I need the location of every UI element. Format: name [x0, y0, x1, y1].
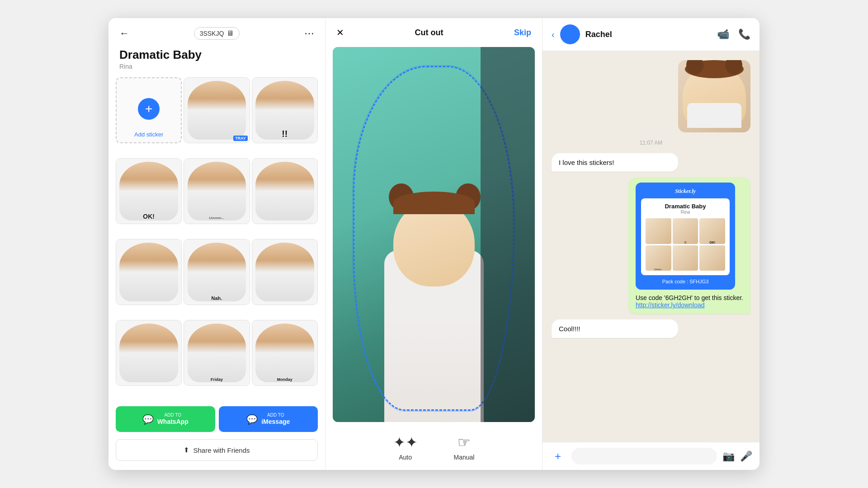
add-sticker-cell[interactable]: + Add sticker [116, 77, 182, 143]
chat-back-icon[interactable]: ‹ [552, 29, 555, 40]
manual-icon: ☞ [458, 434, 471, 451]
back-icon[interactable]: ← [119, 28, 129, 39]
sticker-text: Friday [211, 377, 223, 382]
sticker-pack-card: Sticker.ly Dramatic Baby Rina !! OK! Umm… [636, 183, 735, 290]
received-bubble: I love this stickers! [552, 153, 678, 172]
video-call-icon[interactable]: 📹 [717, 28, 729, 40]
sticker-cell[interactable]: TRAY [184, 77, 250, 143]
sticker-message [552, 60, 750, 132]
chat-input-bar: + 📷 🎤 [542, 442, 760, 470]
pack-code-label: Pack code : SFHJG3 [641, 279, 730, 284]
chat-messages: 11:07 AM I love this stickers! Sticker.l… [542, 51, 760, 442]
photo-background [333, 47, 535, 422]
chat-header-icons: 📹 📞 [717, 28, 750, 40]
pack-code-badge[interactable]: 3SSKJQ 🖥 [194, 27, 240, 40]
cutout-title: Cut out [415, 28, 443, 38]
close-icon[interactable]: ✕ [336, 27, 344, 38]
add-sticker-label: Add sticker [134, 131, 163, 138]
card-sticker-cell [673, 245, 698, 271]
add-sticker-icon: + [138, 98, 160, 120]
sticker-cell[interactable]: Monday [252, 320, 318, 386]
received-message-text: I love this stickers! [559, 159, 614, 166]
pack-title: Dramatic Baby [119, 48, 314, 62]
sticker-text: Monday [277, 377, 292, 382]
share-icon: ⬆ [184, 446, 189, 454]
chat-contact-name: Rachel [585, 30, 712, 39]
sticker-cell[interactable] [116, 320, 182, 386]
imessage-btn-big-label: iMessage [261, 418, 290, 426]
add-to-imessage-button[interactable]: 💬 ADD TO iMessage [219, 406, 318, 432]
message-timestamp: 11:07 AM [552, 140, 750, 146]
sticker-text: Ummm... [209, 216, 225, 220]
manual-tool-button[interactable]: ☞ Manual [454, 434, 475, 461]
sticker-text: Nah. [212, 296, 222, 301]
promo-text: Use code '6GH2GH' to get this sticker. h… [636, 294, 743, 309]
whatsapp-btn-small-label: ADD TO [157, 413, 189, 418]
chat-mic-icon[interactable]: 🎤 [740, 450, 752, 462]
auto-icon: ✦✦ [393, 434, 418, 451]
screen1-header: ← 3SSKJQ 🖥 ⋯ [108, 18, 325, 44]
sticker-cell[interactable]: !! [252, 77, 318, 143]
sticker-cell[interactable] [116, 239, 182, 305]
card-title: Dramatic Baby [646, 203, 725, 210]
sticker-cell[interactable]: Friday [184, 320, 250, 386]
auto-tool-button[interactable]: ✦✦ Auto [393, 434, 418, 461]
card-author: Rina [646, 210, 725, 215]
cool-message-text: Cool!!!! [559, 325, 580, 333]
imessage-btn-small-label: ADD TO [261, 413, 290, 418]
received-message-row: I love this stickers! [552, 153, 750, 172]
card-sticker-grid: !! OK! Umm.. [646, 218, 725, 271]
chat-header: ‹ Rachel 📹 📞 [542, 18, 760, 51]
manual-tool-label: Manual [454, 454, 475, 461]
sticker-grid: + Add sticker TRAY !! [108, 77, 325, 399]
add-to-whatsapp-button[interactable]: 💬 ADD TO WhatsApp [116, 406, 215, 432]
sent-card-row: Sticker.ly Dramatic Baby Rina !! OK! Umm… [552, 177, 750, 314]
card-sticker-cell [646, 218, 671, 244]
auto-tool-label: Auto [399, 454, 412, 461]
card-sticker-cell: Umm.. [646, 245, 671, 271]
share-with-friends-button[interactable]: ⬆ Share with Friends [116, 439, 318, 461]
card-inner: Dramatic Baby Rina !! OK! Umm.. [641, 198, 730, 275]
download-link[interactable]: http://sticker.ly/download [636, 301, 705, 309]
whatsapp-btn-big-label: WhatsApp [157, 418, 189, 426]
sticker-pack-screen: ← 3SSKJQ 🖥 ⋯ Dramatic Baby Rina + Add st… [108, 18, 326, 470]
chat-add-button[interactable]: + [550, 448, 566, 465]
chat-avatar [560, 24, 580, 44]
sent-bubble: Sticker.ly Dramatic Baby Rina !! OK! Umm… [628, 177, 750, 314]
action-buttons: 💬 ADD TO WhatsApp 💬 ADD TO iMessage [108, 399, 325, 439]
cutout-screen: ✕ Cut out Skip [326, 18, 542, 470]
sticker-cell[interactable]: Nah. [184, 239, 250, 305]
share-label: Share with Friends [193, 446, 250, 454]
sticker-text: OK! [143, 213, 155, 220]
chat-camera-icon[interactable]: 📷 [722, 450, 735, 462]
sticker-cell[interactable] [252, 158, 318, 224]
pack-author: Rina [119, 63, 314, 70]
sent-sticker [678, 60, 750, 132]
sticker-text: !! [282, 129, 288, 139]
card-brand: Sticker.ly [641, 188, 730, 195]
sticker-cell[interactable]: Ummm... [184, 158, 250, 224]
card-sticker-cell [699, 245, 725, 271]
screen2-header: ✕ Cut out Skip [326, 18, 542, 42]
cutout-image-container [333, 47, 535, 422]
pack-code-text: 3SSKJQ [200, 30, 224, 37]
tray-badge: TRAY [233, 136, 248, 141]
card-sticker-cell: OK! [699, 218, 725, 244]
card-sticker-cell: !! [673, 218, 698, 244]
sticker-cell[interactable] [252, 239, 318, 305]
chat-screen: ‹ Rachel 📹 📞 [542, 18, 760, 470]
sticker-cell[interactable]: OK! [116, 158, 182, 224]
received-cool-bubble: Cool!!!! [552, 319, 678, 338]
cutout-tools: ✦✦ Auto ☞ Manual [326, 427, 542, 470]
pack-title-section: Dramatic Baby Rina [108, 44, 325, 77]
skip-button[interactable]: Skip [514, 28, 531, 38]
chat-input[interactable] [571, 448, 717, 465]
received-cool-row: Cool!!!! [552, 319, 750, 338]
more-options-icon[interactable]: ⋯ [304, 28, 314, 39]
monitor-icon: 🖥 [226, 29, 234, 38]
phone-call-icon[interactable]: 📞 [738, 28, 750, 40]
